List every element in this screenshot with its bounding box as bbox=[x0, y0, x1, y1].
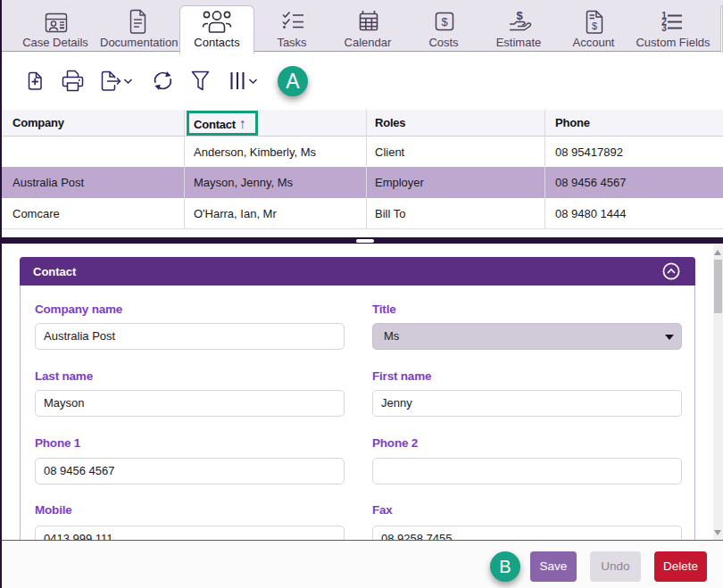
svg-text:3: 3 bbox=[661, 23, 667, 33]
svg-text:$: $ bbox=[441, 15, 448, 29]
svg-text:$: $ bbox=[516, 9, 523, 22]
svg-text:$: $ bbox=[592, 21, 597, 31]
